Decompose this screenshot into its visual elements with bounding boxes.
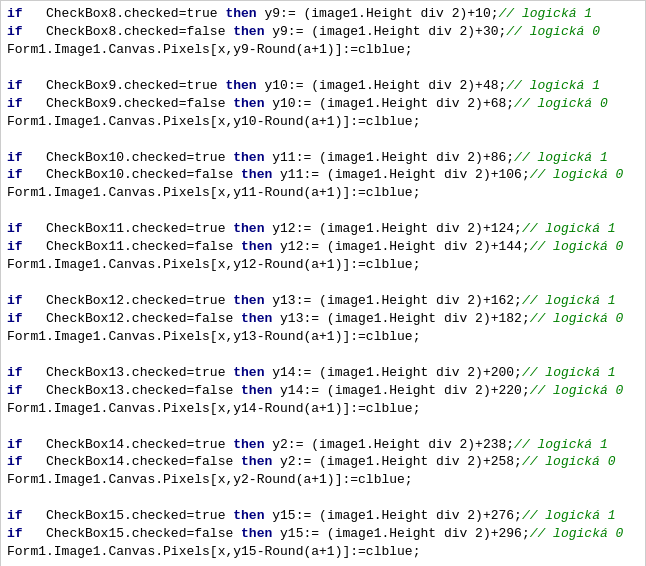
code-text: CheckBox13.checked=false <box>23 383 241 398</box>
code-text: Form1.Image1.Canvas.Pixels[x,y14-Round(a… <box>7 401 420 416</box>
code-text: CheckBox11.checked=false <box>23 239 241 254</box>
code-line: if CheckBox15.checked=true then y15:= (i… <box>7 507 639 525</box>
comment: // logická 1 <box>522 508 616 523</box>
comment: // logická 1 <box>499 6 593 21</box>
code-line: if CheckBox14.checked=false then y2:= (i… <box>7 453 639 471</box>
code-line: if CheckBox8.checked=true then y9:= (ima… <box>7 5 639 23</box>
code-text: Form1.Image1.Canvas.Pixels[x,y15-Round(a… <box>7 544 420 559</box>
keyword: if <box>7 96 23 111</box>
comment: // logická 0 <box>530 167 624 182</box>
code-text: y13:= (image1.Height div 2)+162; <box>264 293 521 308</box>
keyword: if <box>7 526 23 541</box>
blank-line <box>7 489 639 507</box>
keyword: if <box>7 437 23 452</box>
code-line: if CheckBox12.checked=false then y13:= (… <box>7 310 639 328</box>
code-line: if CheckBox10.checked=true then y11:= (i… <box>7 149 639 167</box>
keyword: then <box>241 311 272 326</box>
code-text: Form1.Image1.Canvas.Pixels[x,y10-Round(a… <box>7 114 420 129</box>
keyword: then <box>233 293 264 308</box>
keyword: if <box>7 150 23 165</box>
code-text: y9:= (image1.Height div 2)+10; <box>257 6 499 21</box>
blank-line <box>7 346 639 364</box>
code-content: if CheckBox8.checked=true then y9:= (ima… <box>7 5 639 566</box>
comment: // logická 0 <box>522 454 616 469</box>
keyword: if <box>7 221 23 236</box>
keyword: then <box>233 365 264 380</box>
comment: // logická 0 <box>506 24 600 39</box>
keyword: if <box>7 239 23 254</box>
code-text: y9:= (image1.Height div 2)+30; <box>264 24 506 39</box>
code-line: if CheckBox12.checked=true then y13:= (i… <box>7 292 639 310</box>
code-line: Form1.Image1.Canvas.Pixels[x,y9-Round(a+… <box>7 41 639 59</box>
comment: // logická 1 <box>506 78 600 93</box>
code-line: Form1.Image1.Canvas.Pixels[x,y15-Round(a… <box>7 543 639 561</box>
code-text: y11:= (image1.Height div 2)+106; <box>272 167 529 182</box>
code-text: CheckBox12.checked=true <box>23 293 234 308</box>
code-text: CheckBox9.checked=true <box>23 78 226 93</box>
comment: // logická 1 <box>514 150 608 165</box>
keyword: if <box>7 293 23 308</box>
keyword: if <box>7 383 23 398</box>
code-line: if CheckBox15.checked=false then y15:= (… <box>7 525 639 543</box>
code-line: Form1.Image1.Canvas.Pixels[x,y11-Round(a… <box>7 184 639 202</box>
code-line: if CheckBox13.checked=true then y14:= (i… <box>7 364 639 382</box>
blank-line <box>7 131 639 149</box>
code-text: y15:= (image1.Height div 2)+296; <box>272 526 529 541</box>
code-text: Form1.Image1.Canvas.Pixels[x,y2-Round(a+… <box>7 472 413 487</box>
comment: // logická 0 <box>530 311 624 326</box>
code-text: CheckBox8.checked=true <box>23 6 226 21</box>
comment: // logická 0 <box>530 383 624 398</box>
comment: // logická 0 <box>514 96 608 111</box>
keyword: if <box>7 6 23 21</box>
keyword: then <box>241 167 272 182</box>
blank-line <box>7 202 639 220</box>
code-text: y13:= (image1.Height div 2)+182; <box>272 311 529 326</box>
code-text: CheckBox14.checked=false <box>23 454 241 469</box>
code-text: y15:= (image1.Height div 2)+276; <box>264 508 521 523</box>
code-text: y2:= (image1.Height div 2)+238; <box>264 437 514 452</box>
keyword: if <box>7 365 23 380</box>
code-line: Form1.Image1.Canvas.Pixels[x,y14-Round(a… <box>7 400 639 418</box>
code-text: CheckBox10.checked=false <box>23 167 241 182</box>
code-text: y10:= (image1.Height div 2)+68; <box>264 96 514 111</box>
keyword: then <box>241 526 272 541</box>
keyword: then <box>233 150 264 165</box>
code-line: if CheckBox13.checked=false then y14:= (… <box>7 382 639 400</box>
comment: // logická 1 <box>522 365 616 380</box>
comment: // logická 0 <box>530 526 624 541</box>
comment: // logická 1 <box>522 293 616 308</box>
code-text: CheckBox8.checked=false <box>23 24 234 39</box>
keyword: then <box>233 508 264 523</box>
code-text: CheckBox15.checked=false <box>23 526 241 541</box>
keyword: then <box>225 78 256 93</box>
code-text: CheckBox10.checked=true <box>23 150 234 165</box>
code-text: y11:= (image1.Height div 2)+86; <box>264 150 514 165</box>
code-text: Form1.Image1.Canvas.Pixels[x,y11-Round(a… <box>7 185 420 200</box>
code-text: y12:= (image1.Height div 2)+124; <box>264 221 521 236</box>
keyword: if <box>7 311 23 326</box>
keyword: then <box>241 454 272 469</box>
code-line: Form1.Image1.Canvas.Pixels[x,y10-Round(a… <box>7 113 639 131</box>
code-text: CheckBox9.checked=false <box>23 96 234 111</box>
blank-line <box>7 418 639 436</box>
keyword: then <box>233 24 264 39</box>
code-text: CheckBox15.checked=true <box>23 508 234 523</box>
code-text: Form1.Image1.Canvas.Pixels[x,y9-Round(a+… <box>7 42 413 57</box>
keyword: if <box>7 24 23 39</box>
keyword: if <box>7 454 23 469</box>
code-line: if CheckBox8.checked=false then y9:= (im… <box>7 23 639 41</box>
code-line: Form1.Image1.Canvas.Pixels[x,y13-Round(a… <box>7 328 639 346</box>
keyword: then <box>225 6 256 21</box>
code-text: y2:= (image1.Height div 2)+258; <box>272 454 522 469</box>
code-text: Form1.Image1.Canvas.Pixels[x,y13-Round(a… <box>7 329 420 344</box>
code-text: Form1.Image1.Canvas.Pixels[x,y12-Round(a… <box>7 257 420 272</box>
code-text: CheckBox14.checked=true <box>23 437 234 452</box>
code-line: if CheckBox14.checked=true then y2:= (im… <box>7 436 639 454</box>
keyword: then <box>241 383 272 398</box>
code-line: if CheckBox11.checked=true then y12:= (i… <box>7 220 639 238</box>
code-text: y10:= (image1.Height div 2)+48; <box>257 78 507 93</box>
keyword: then <box>233 221 264 236</box>
code-line: if CheckBox10.checked=false then y11:= (… <box>7 166 639 184</box>
comment: // logická 1 <box>522 221 616 236</box>
code-line: if CheckBox9.checked=false then y10:= (i… <box>7 95 639 113</box>
